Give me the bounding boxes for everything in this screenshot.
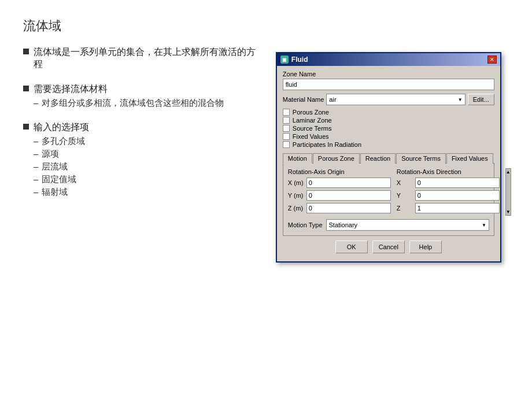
- sub-bullet-text-3-4: 固定值域: [42, 174, 76, 185]
- direction-y-input[interactable]: [415, 190, 500, 201]
- origin-y-input[interactable]: [306, 190, 391, 201]
- sub-bullet-3-2: – 源项: [34, 149, 264, 160]
- checkbox-participates-radiation: Participates In Radiation: [283, 141, 494, 148]
- motion-type-row: Motion Type Stationary ▼: [288, 219, 489, 231]
- checkbox-laminar-zone-box[interactable]: [283, 117, 290, 124]
- tabs-bar: Motion Porous Zone Reaction Source Terms…: [283, 153, 494, 164]
- direction-z-input[interactable]: [415, 203, 500, 213]
- checkboxes-group: Porous Zone Laminar Zone Source Terms: [283, 109, 494, 148]
- help-button[interactable]: Help: [409, 241, 442, 253]
- origin-x-input[interactable]: [306, 178, 391, 188]
- dash-3-2: –: [34, 149, 38, 158]
- rotation-axis-origin-title: Rotation-Axis Origin: [288, 168, 391, 175]
- scrollbar-down-arrow: ▼: [506, 209, 511, 215]
- checkbox-fixed-values-box[interactable]: [283, 133, 290, 140]
- bullet-text-2: 需要选择流体材料: [34, 83, 108, 95]
- dash-3-5: –: [34, 187, 38, 197]
- direction-x-input[interactable]: [415, 178, 500, 188]
- checkbox-source-terms-box[interactable]: [283, 125, 290, 132]
- tab-reaction[interactable]: Reaction: [360, 153, 396, 164]
- tab-content-container: Rotation-Axis Origin X (m) Y (m): [283, 164, 494, 236]
- direction-x-row: X: [397, 178, 500, 188]
- tab-fixed-values[interactable]: Fixed Values: [446, 153, 493, 164]
- motion-type-label: Motion Type: [288, 221, 323, 228]
- cancel-button[interactable]: Cancel: [372, 241, 405, 253]
- origin-z-label: Z (m): [288, 205, 304, 212]
- zone-name-input[interactable]: [283, 79, 494, 90]
- origin-z-input[interactable]: [306, 203, 391, 213]
- dialog-titlebar: ▣ Fluid ✕: [277, 53, 500, 66]
- bullet-text-3: 输入的选择项: [34, 121, 89, 134]
- checkbox-source-terms: Source Terms: [283, 125, 494, 132]
- slide-title: 流体域: [23, 17, 509, 35]
- checkbox-laminar-zone: Laminar Zone: [283, 117, 494, 124]
- dialog-title-label: Fluid: [291, 56, 308, 64]
- sub-bullet-3-4: – 固定值域: [34, 174, 264, 185]
- tab-motion[interactable]: Motion: [283, 153, 312, 164]
- bullet-square-1: [23, 49, 29, 54]
- material-select[interactable]: air ▼: [326, 94, 465, 105]
- content-area: 流体域是一系列单元的集合，在其上求解所有激活的方程 需要选择流体材料 – 对多组…: [23, 46, 509, 263]
- dialog-app-icon: ▣: [280, 56, 289, 64]
- dialog-column: ▣ Fluid ✕ Zone Name Material Name air: [276, 46, 509, 263]
- text-column: 流体域是一系列单元的集合，在其上求解所有激活的方程 需要选择流体材料 – 对多组…: [23, 46, 276, 263]
- direction-z-label: Z: [397, 205, 413, 212]
- checkbox-participates-radiation-label: Participates In Radiation: [293, 141, 361, 148]
- bullet-main-2: 需要选择流体材料: [23, 83, 264, 95]
- checkbox-laminar-zone-label: Laminar Zone: [293, 117, 332, 124]
- fluid-dialog: ▣ Fluid ✕ Zone Name Material Name air: [276, 52, 501, 263]
- origin-z-row: Z (m): [288, 203, 391, 213]
- material-name-row: Material Name air ▼ Edit...: [283, 94, 494, 105]
- direction-y-row: Y: [397, 190, 500, 201]
- sub-bullet-text-3-5: 辐射域: [42, 187, 68, 198]
- scrollbar-up-arrow: ▲: [506, 169, 511, 175]
- dialog-close-button[interactable]: ✕: [487, 56, 497, 64]
- origin-x-row: X (m): [288, 178, 391, 188]
- axis-section: Rotation-Axis Origin X (m) Y (m): [288, 168, 489, 216]
- tab-porous-zone[interactable]: Porous Zone: [313, 153, 360, 164]
- origin-x-label: X (m): [288, 179, 304, 186]
- sub-bullets-2: – 对多组分或多相流，流体域包含这些相的混合物: [34, 98, 264, 109]
- dash-3-1: –: [34, 136, 38, 146]
- origin-y-row: Y (m): [288, 190, 391, 201]
- ok-button[interactable]: OK: [335, 241, 368, 253]
- material-name-label: Material Name: [283, 96, 324, 103]
- motion-type-arrow: ▼: [482, 223, 486, 228]
- tab-content-scrollbar[interactable]: ▲ ▼: [505, 168, 511, 216]
- rotation-axis-origin-group: Rotation-Axis Origin X (m) Y (m): [288, 168, 391, 216]
- checkbox-porous-zone: Porous Zone: [283, 109, 494, 116]
- tab-content-motion: Rotation-Axis Origin X (m) Y (m): [283, 164, 494, 236]
- checkbox-porous-zone-box[interactable]: [283, 109, 290, 116]
- direction-z-row: Z: [397, 203, 500, 213]
- dialog-body: Zone Name Material Name air ▼ Edit...: [277, 66, 500, 261]
- bullet-main-3: 输入的选择项: [23, 121, 264, 134]
- direction-y-label: Y: [397, 192, 413, 199]
- sub-bullet-3-3: – 层流域: [34, 161, 264, 172]
- dash-3-3: –: [34, 161, 38, 171]
- sub-bullet-text-3-1: 多孔介质域: [42, 136, 85, 147]
- sub-bullets-3: – 多孔介质域 – 源项 – 层流域 – 固定值域: [34, 136, 264, 198]
- tab-source-terms[interactable]: Source Terms: [396, 153, 446, 164]
- checkbox-fixed-values: Fixed Values: [283, 133, 494, 140]
- checkbox-fixed-values-label: Fixed Values: [293, 133, 329, 140]
- edit-button[interactable]: Edit...: [468, 94, 494, 105]
- sub-bullet-3-5: – 辐射域: [34, 187, 264, 198]
- checkbox-porous-zone-label: Porous Zone: [293, 109, 329, 116]
- motion-type-select[interactable]: Stationary ▼: [326, 219, 489, 231]
- dash-3-4: –: [34, 174, 38, 184]
- sub-bullet-text-3-2: 源项: [42, 149, 59, 160]
- direction-x-label: X: [397, 179, 413, 186]
- bullet-main-1: 流体域是一系列单元的集合，在其上求解所有激活的方程: [23, 46, 264, 71]
- sub-bullet-2-1: – 对多组分或多相流，流体域包含这些相的混合物: [34, 98, 264, 109]
- zone-name-label: Zone Name: [283, 71, 494, 77]
- bullet-section-3: 输入的选择项 – 多孔介质域 – 源项 – 层流域: [23, 121, 264, 198]
- sub-bullet-text-3-3: 层流域: [42, 161, 68, 172]
- bullet-text-1: 流体域是一系列单元的集合，在其上求解所有激活的方程: [34, 46, 264, 71]
- bullet-square-2: [23, 86, 29, 91]
- material-value: air: [329, 96, 336, 103]
- checkbox-participates-radiation-box[interactable]: [283, 141, 290, 148]
- dialog-buttons: OK Cancel Help: [283, 236, 494, 257]
- material-dropdown-arrow: ▼: [458, 97, 463, 102]
- rotation-axis-direction-title: Rotation-Axis Direction: [397, 168, 500, 175]
- slide: 流体域 流体域是一系列单元的集合，在其上求解所有激活的方程 需要选择流体材料 –: [0, 0, 532, 399]
